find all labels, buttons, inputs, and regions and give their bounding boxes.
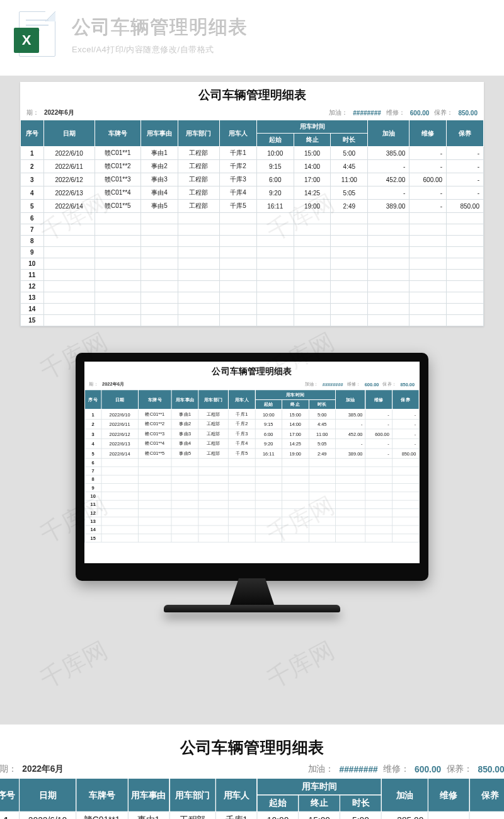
banner-title: 公司车辆管理明细表 <box>72 14 490 40</box>
table-row: 9 <box>21 247 484 258</box>
table-row: 5 2022/6/14 赣C01**5 事由5 工程部 千库5 16:11 19… <box>21 200 484 213</box>
col-date: 日期 <box>43 120 94 147</box>
col-user: 用车人 <box>220 120 257 147</box>
table-row: 6 <box>21 213 484 224</box>
table-row: 12 <box>21 281 484 292</box>
col-seq: 序号 <box>84 390 101 410</box>
repair-total-value: 600.00 <box>408 110 432 117</box>
watermark: 千库网 <box>35 634 113 696</box>
col-repair: 维修 <box>365 390 392 410</box>
fuel-total-label: 加油： <box>305 763 336 775</box>
spreadsheet-preview-monitor: 公司车辆管理明细表 期： 2022年6月 加油： ######## 维修： 60… <box>84 362 419 542</box>
table-row: 10 <box>84 492 419 500</box>
table-row: 14 <box>21 304 484 315</box>
period-label: 期： <box>24 108 42 117</box>
table-row: 6 <box>84 459 419 467</box>
period-value: 2022年6月 <box>20 763 66 775</box>
period-value: 2022年6月 <box>42 108 77 117</box>
fuel-total-value: ######## <box>321 382 345 387</box>
table-row: 11 <box>84 500 419 508</box>
table-row: 11 <box>21 270 484 281</box>
col-end: 终止 <box>294 134 331 147</box>
col-start: 起始 <box>256 134 294 147</box>
table-row: 8 <box>84 475 419 483</box>
maint-total-value: 850.00 <box>398 382 416 387</box>
table-row: 10 <box>21 258 484 270</box>
col-user: 用车人 <box>229 390 255 410</box>
col-end: 终止 <box>282 399 308 410</box>
fuel-total-label: 加油： <box>326 108 350 117</box>
sheet-meta-row: 期： 2022年6月 加油： ######## 维修： 600.00 保养： 8… <box>84 381 419 390</box>
col-date: 日期 <box>19 778 76 811</box>
repair-total-value: 600.00 <box>412 764 444 774</box>
table-row: 15 <box>21 315 484 326</box>
banner-subtitle: Excel/A4打印/内容随意修改/自带格式 <box>72 44 490 55</box>
vehicle-table: 序号 日期 车牌号 用车事由 用车部门 用车人 用车时间 加油 维修 保养 起始… <box>84 389 419 542</box>
monitor-mockup: 公司车辆管理明细表 期： 2022年6月 加油： ######## 维修： 60… <box>76 353 428 612</box>
table-row: 12 <box>84 508 419 517</box>
fuel-total-value: ######## <box>350 110 384 117</box>
table-row: 5 2022/6/14 赣C01**5 事由5 工程部 千库5 16:11 19… <box>84 449 419 459</box>
table-row: 14 <box>84 525 419 534</box>
page-banner: X 公司车辆管理明细表 Excel/A4打印/内容随意修改/自带格式 <box>0 0 504 76</box>
table-row: 9 <box>84 484 419 492</box>
fuel-total-label: 加油： <box>303 381 321 387</box>
repair-total-label: 维修： <box>384 108 408 117</box>
spreadsheet-preview: 公司车辆管理明细表 期： 2022年6月 加油： ######## 维修： 60… <box>20 82 484 326</box>
col-fuel: 加油 <box>368 120 410 147</box>
table-row: 4 2022/6/13 赣C01**4 事由4 工程部 千库4 9:20 14:… <box>84 438 419 449</box>
col-seq: 序号 <box>21 120 44 147</box>
col-end: 终止 <box>299 795 340 812</box>
col-repair: 维修 <box>428 778 469 811</box>
col-maint: 保养 <box>392 390 419 410</box>
col-reason: 用车事由 <box>171 390 198 410</box>
col-time-group: 用车时间 <box>255 390 335 400</box>
table-row: 13 <box>84 517 419 525</box>
col-fuel: 加油 <box>335 390 365 410</box>
table-row: 4 2022/6/13 赣C01**4 事由4 工程部 千库4 9:20 14:… <box>21 186 484 200</box>
col-duration: 时长 <box>309 399 335 410</box>
excel-badge: X <box>14 28 39 53</box>
vehicle-table: 序号 日期 车牌号 用车事由 用车部门 用车人 用车时间 加油 维修 保养 起始… <box>20 120 484 326</box>
spreadsheet-preview-bottom-crop: 公司车辆管理明细表 期： 2022年6月 加油： ######## 维修： 60… <box>0 724 504 819</box>
table-row: 15 <box>84 534 419 542</box>
col-fuel: 加油 <box>381 778 428 811</box>
sheet-meta-row: 期： 2022年6月 加油： ######## 维修： 600.00 保养： 8… <box>0 762 504 777</box>
sheet-title: 公司车辆管理明细表 <box>0 724 504 762</box>
excel-icon: X <box>14 11 60 58</box>
vehicle-table: 序号 日期 车牌号 用车事由 用车部门 用车人 用车时间 加油 维修 保养 起始… <box>0 778 504 819</box>
sheet-title: 公司车辆管理明细表 <box>84 362 419 381</box>
maint-total-value: 850.00 <box>455 110 480 117</box>
sheet-title: 公司车辆管理明细表 <box>20 82 484 107</box>
col-reason: 用车事由 <box>141 120 178 147</box>
col-time-group: 用车时间 <box>256 120 367 134</box>
watermark: 千库网 <box>261 634 340 696</box>
col-maint: 保养 <box>447 120 484 147</box>
table-row: 3 2022/6/12 赣C01**3 事由3 工程部 千库3 6:00 17:… <box>21 173 484 186</box>
maint-total-label: 保养： <box>432 108 455 117</box>
period-label: 期： <box>0 763 20 775</box>
col-plate: 车牌号 <box>94 120 141 147</box>
table-row: 3 2022/6/12 赣C01**3 事由3 工程部 千库3 6:00 17:… <box>84 429 419 439</box>
col-date: 日期 <box>101 390 138 410</box>
table-row: 1 2022/6/10 赣C01**1 事由1 工程部 千库1 10:00 15… <box>0 811 504 819</box>
repair-total-label: 维修： <box>345 381 363 387</box>
period-label: 期： <box>87 381 100 387</box>
table-row: 8 <box>21 236 484 247</box>
table-row: 7 <box>84 467 419 475</box>
sheet-meta-row: 期： 2022年6月 加油： ######## 维修： 600.00 保养： 8… <box>20 107 484 120</box>
col-start: 起始 <box>255 399 282 410</box>
col-duration: 时长 <box>340 795 382 812</box>
col-dept: 用车部门 <box>178 120 219 147</box>
col-dept: 用车部门 <box>169 778 216 811</box>
table-row: 2 2022/6/11 赣C01**2 事由2 工程部 千库2 9:15 14:… <box>21 160 484 173</box>
col-plate: 车牌号 <box>76 778 128 811</box>
table-row: 2 2022/6/11 赣C01**2 事由2 工程部 千库2 9:15 14:… <box>84 419 419 429</box>
col-seq: 序号 <box>0 778 19 811</box>
col-dept: 用车部门 <box>198 390 229 410</box>
col-repair: 维修 <box>410 120 447 147</box>
fuel-total-value: ######## <box>336 764 381 774</box>
repair-total-label: 维修： <box>381 763 412 775</box>
repair-total-value: 600.00 <box>363 382 381 387</box>
table-row: 13 <box>21 292 484 304</box>
